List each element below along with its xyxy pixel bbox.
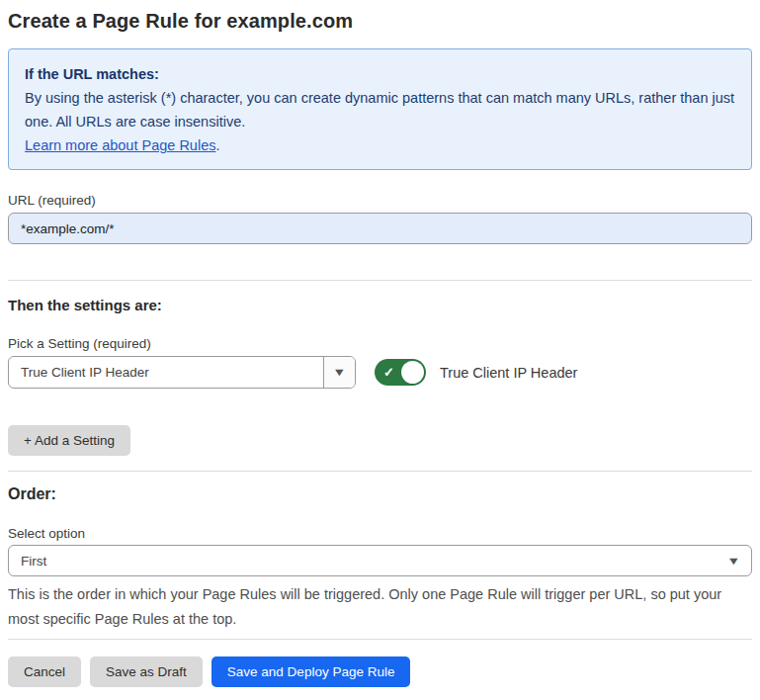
toggle-knob [401,361,424,384]
section-divider [8,280,752,281]
save-as-draft-button[interactable]: Save as Draft [90,656,203,687]
info-box-heading: If the URL matches: [25,62,735,86]
setting-select-caret-button[interactable]: ▼ [323,357,355,388]
setting-select-value: True Client IP Header [9,365,323,380]
footer-divider [8,639,752,640]
page-title: Create a Page Rule for example.com [8,10,752,33]
info-box-body: By using the asterisk (*) character, you… [25,86,735,133]
toggle-label: True Client IP Header [440,365,577,381]
info-box-link-line: Learn more about Page Rules. [25,137,220,153]
order-section-heading: Order: [8,485,752,503]
chevron-down-icon: ▼ [726,556,740,567]
url-match-info-box: If the URL matches: By using the asteris… [8,48,752,170]
learn-more-link[interactable]: Learn more about Page Rules [25,137,215,153]
section-divider [8,471,752,472]
url-field-label: URL (required) [8,193,752,208]
footer-actions: Cancel Save as Draft Save and Deploy Pag… [8,656,752,687]
checkmark-icon: ✓ [383,366,394,379]
chevron-down-icon: ▼ [332,367,346,378]
order-select-value: First [9,554,716,569]
order-select-label: Select option [8,526,752,541]
order-select-caret: ▼ [716,546,751,575]
cancel-button[interactable]: Cancel [8,656,81,687]
order-select[interactable]: First ▼ [8,545,752,576]
setting-row: True Client IP Header ▼ ✓ True Client IP… [8,356,752,389]
add-setting-button[interactable]: + Add a Setting [8,425,130,456]
setting-toggle[interactable]: ✓ [375,359,426,386]
page-rule-form: Create a Page Rule for example.com If th… [0,0,760,700]
save-and-deploy-button[interactable]: Save and Deploy Page Rule [211,656,411,687]
settings-section-heading: Then the settings are: [8,297,752,313]
link-suffix: . [215,137,219,153]
url-input[interactable] [8,213,752,244]
pick-setting-label: Pick a Setting (required) [8,336,752,351]
order-helper-text: This is the order in which your Page Rul… [8,582,739,632]
setting-select[interactable]: True Client IP Header ▼ [8,356,356,389]
